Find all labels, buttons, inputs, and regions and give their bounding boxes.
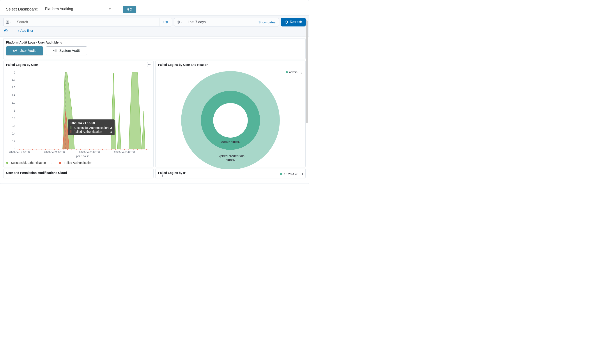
svg-point-29 — [50, 149, 50, 150]
svg-text:2023-04-23 00:00: 2023-04-23 00:00 — [79, 151, 100, 154]
svg-text:1: 1 — [14, 109, 15, 112]
dot-icon — [286, 71, 288, 73]
svg-point-46 — [124, 149, 125, 150]
system-audit-button[interactable]: System Audit — [46, 46, 87, 55]
search-input[interactable] — [14, 18, 159, 26]
line-chart-legend: Successful Authentication 2 Failed Authe… — [3, 160, 153, 167]
svg-point-44 — [115, 149, 116, 150]
ip-legend: 10.20.4.48 1 — [280, 172, 303, 176]
y-tick: 1 — [162, 174, 163, 177]
scroll-thumb[interactable] — [306, 20, 308, 123]
panel-failed-logins-by-user-and-reason: Failed Logins by User and Reason admin 1… — [155, 61, 306, 167]
svg-text:0.2: 0.2 — [12, 140, 15, 143]
filter-expand-icon[interactable] — [4, 29, 8, 32]
svg-point-24 — [28, 149, 28, 150]
svg-point-38 — [89, 149, 90, 150]
dashboard-selected-value: Platform Auditing — [45, 7, 73, 11]
svg-point-23 — [23, 149, 24, 150]
svg-point-37 — [84, 149, 85, 150]
svg-point-34 — [71, 149, 72, 150]
svg-text:1.4: 1.4 — [12, 94, 15, 97]
select-dashboard-label: Select Dashboard: — [6, 7, 38, 12]
svg-point-39 — [93, 149, 94, 150]
svg-point-30 — [54, 149, 55, 150]
svg-text:1.2: 1.2 — [12, 101, 15, 104]
svg-point-32 — [63, 149, 64, 150]
panel-title: Failed Logins by User and Reason — [155, 61, 306, 69]
legend-options-button[interactable]: ⋮ — [299, 70, 304, 74]
svg-point-33 — [67, 149, 68, 150]
panel-user-permission-modifications: User and Permission Modifications Cloud — [3, 169, 153, 178]
panel-failed-logins-by-ip: Failed Logins by IP 1 10.20.4.48 1 — [155, 169, 306, 178]
svg-text:0.6: 0.6 — [12, 124, 15, 128]
svg-text:0: 0 — [14, 148, 15, 151]
svg-text:2023-04-19 00:00: 2023-04-19 00:00 — [9, 151, 30, 154]
svg-point-49 — [137, 149, 138, 150]
donut-legend: admin ⋮ — [286, 70, 304, 74]
date-range-text[interactable]: Last 7 days — [185, 20, 255, 24]
show-dates-link[interactable]: Show dates — [255, 20, 279, 24]
svg-text:2: 2 — [14, 71, 15, 74]
svg-point-47 — [128, 149, 129, 150]
date-picker: Last 7 days Show dates — [174, 18, 279, 26]
chevron-down-icon — [10, 22, 12, 23]
disk-icon — [6, 20, 9, 24]
chevron-down-icon — [109, 8, 111, 10]
svg-point-45 — [120, 149, 121, 150]
svg-point-51 — [146, 149, 147, 150]
user-audit-button[interactable]: User Audit — [6, 46, 43, 55]
panel-title: User and Permission Modifications Cloud — [3, 169, 153, 177]
svg-point-22 — [19, 149, 20, 150]
dashboard-page: Select Dashboard: Platform Auditing GO K… — [0, 0, 309, 184]
svg-point-41 — [102, 149, 103, 150]
svg-point-50 — [141, 149, 142, 150]
panel-user-audit-menu: Platform Audit Logs - User Audit Menu Us… — [3, 38, 306, 59]
svg-point-27 — [41, 149, 42, 150]
panel-options-button[interactable] — [147, 62, 152, 67]
broadcast-icon — [13, 49, 17, 53]
svg-point-40 — [98, 149, 98, 150]
svg-text:0.8: 0.8 — [12, 117, 15, 120]
svg-point-28 — [45, 149, 46, 150]
saved-queries-button[interactable] — [3, 18, 14, 26]
donut-chart[interactable]: admin 100% Expired credentials100% admin… — [155, 69, 306, 167]
svg-text:1.8: 1.8 — [12, 78, 15, 81]
failed-logins-line-chart[interactable]: 0 0.2 0.4 0.6 0.8 1 1.2 1.4 1.6 1.8 2 — [6, 70, 151, 158]
dot-icon — [280, 173, 282, 175]
svg-text:2023-04-21 00:00: 2023-04-21 00:00 — [44, 151, 65, 154]
svg-point-54 — [207, 97, 254, 144]
panel-title: Failed Logins by User — [3, 61, 153, 69]
refresh-button[interactable]: Refresh — [281, 18, 306, 26]
svg-text:0.4: 0.4 — [12, 132, 15, 135]
search-box: KQL — [3, 18, 172, 26]
filter-minus-text: – — [9, 29, 11, 32]
legend-item-success[interactable]: Successful Authentication 2 — [6, 161, 52, 165]
legend-item-failed[interactable]: Failed Authentication 1 — [59, 161, 99, 165]
x-axis-label: per 3 hours — [76, 155, 90, 158]
add-filter-link[interactable]: + Add filter — [18, 29, 33, 32]
svg-point-42 — [107, 149, 107, 150]
chart-tooltip: 2023-04-21 15:00 Successful Authenticati… — [68, 119, 115, 135]
svg-point-25 — [32, 149, 33, 150]
kql-toggle[interactable]: KQL — [159, 18, 172, 26]
dashboard-selector-row: Select Dashboard: Platform Auditing GO — [0, 0, 309, 15]
calendar-button[interactable] — [174, 18, 185, 26]
go-button[interactable]: GO — [123, 6, 136, 13]
svg-point-48 — [133, 149, 134, 150]
svg-point-35 — [76, 149, 77, 150]
svg-text:1.6: 1.6 — [12, 86, 15, 89]
panel-title: Platform Audit Logs - User Audit Menu — [3, 39, 306, 46]
svg-text:2023-04-25 00:00: 2023-04-25 00:00 — [114, 151, 135, 154]
svg-point-43 — [111, 149, 112, 150]
scrollbar[interactable] — [306, 20, 308, 123]
query-bar: KQL Last 7 days Show dates Refresh – + A… — [0, 15, 309, 37]
dashboard-select[interactable]: Platform Auditing — [44, 5, 111, 13]
list-search-icon — [53, 49, 57, 53]
svg-point-4 — [54, 50, 55, 51]
svg-point-26 — [36, 149, 37, 150]
panel-failed-logins-by-user: Failed Logins by User 0 0.2 0.4 0.6 — [3, 61, 153, 167]
donut-inner-label: admin 100% — [155, 140, 306, 144]
refresh-icon — [285, 20, 288, 24]
svg-point-36 — [80, 149, 81, 150]
donut-outer-label: Expired credentials100% — [155, 154, 306, 162]
